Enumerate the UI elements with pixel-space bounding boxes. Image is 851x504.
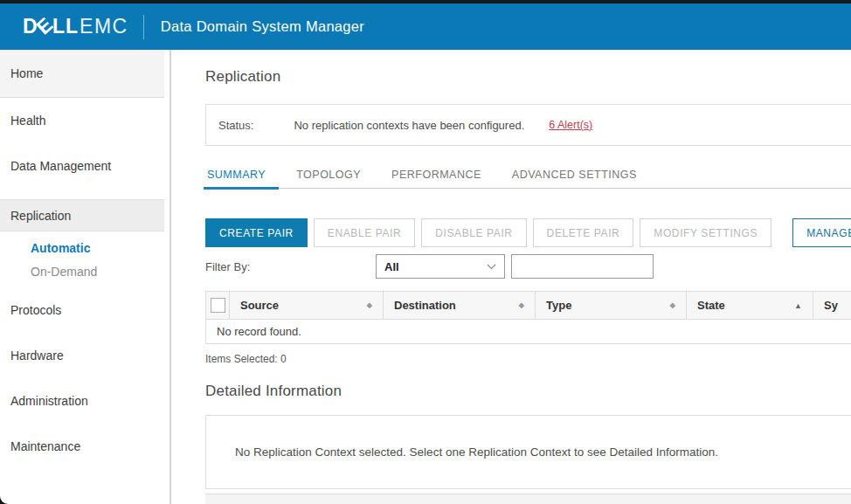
sidebar-item-home[interactable]: Home [0, 50, 164, 98]
sidebar-item-hardware[interactable]: Hardware [0, 333, 164, 378]
filter-dropdown-value: All [384, 260, 399, 273]
column-header-state[interactable]: State ▲ [687, 292, 813, 319]
tab-advanced-settings[interactable]: ADVANCED SETTINGS [510, 169, 639, 188]
enable-pair-button[interactable]: ENABLE PAIR [314, 218, 415, 247]
sidebar-item-label: Hardware [10, 349, 64, 362]
detailed-information-panel: No Replication Context selected. Select … [205, 415, 851, 489]
filter-row: Filter By: All [205, 254, 851, 279]
sort-icon[interactable]: ◆ [670, 301, 675, 309]
table-empty-row: No record found. [206, 320, 851, 344]
create-pair-button[interactable]: CREATE PAIR [205, 218, 308, 247]
sort-icon[interactable]: ◆ [519, 301, 524, 309]
sidebar-item-maintenance[interactable]: Maintenance [0, 424, 164, 469]
sidebar-item-label: Replication [10, 209, 71, 223]
column-label: Source [240, 299, 279, 312]
detailed-information-heading: Detailed Information [205, 383, 851, 400]
status-bar: Status: No replication contexts have bee… [205, 104, 851, 146]
sort-icon[interactable]: ◆ [367, 301, 372, 309]
dell-emc-logo: DELL EMC [23, 15, 128, 38]
main-content: Replication Status: No replication conte… [172, 50, 851, 504]
dell-wordmark: DELL [23, 15, 79, 38]
sidebar-item-replication[interactable]: Replication [0, 199, 164, 231]
manage-systems-button[interactable]: MANAGE SYSTEMS [792, 218, 851, 247]
app-header: DELL EMC Data Domain System Manager [0, 0, 851, 50]
table-header-row: Source ◆ Destination ◆ Type ◆ State ▲ Sy [206, 291, 851, 320]
sidebar-content-divider [170, 50, 171, 504]
sidebar-item-protocols[interactable]: Protocols [0, 287, 164, 333]
detailed-information-message: No Replication Context selected. Select … [235, 445, 718, 459]
sidebar-item-health[interactable]: Health [0, 98, 164, 143]
sidebar-item-label: Data Management [10, 159, 111, 173]
sidebar-subitem-label: On-Demand [31, 265, 97, 279]
filter-search-input[interactable] [511, 254, 654, 279]
column-label: Sy [824, 299, 838, 312]
chevron-down-icon [487, 264, 496, 270]
status-message: No replication contexts have been config… [294, 119, 524, 132]
disable-pair-button[interactable]: DISABLE PAIR [421, 218, 526, 247]
column-label: Destination [394, 299, 456, 312]
footer-strip [205, 494, 851, 504]
tab-topology[interactable]: TOPOLOGY [294, 169, 363, 188]
app-title: Data Domain System Manager [161, 18, 364, 35]
column-label: State [697, 299, 725, 312]
select-all-checkbox[interactable] [211, 298, 225, 313]
sidebar-item-label: Home [10, 66, 43, 80]
tab-summary[interactable]: SUMMARY [205, 169, 267, 188]
sidebar-nav: Home Health Data Management Replication … [0, 50, 164, 504]
items-selected-count: Items Selected: 0 [205, 353, 851, 365]
replication-pairs-table: Source ◆ Destination ◆ Type ◆ State ▲ Sy… [205, 291, 851, 344]
column-label: Type [546, 299, 571, 312]
sidebar-item-label: Health [10, 114, 45, 128]
tab-performance[interactable]: PERFORMANCE [390, 169, 483, 188]
column-header-type[interactable]: Type ◆ [536, 292, 687, 319]
sidebar-item-label: Protocols [10, 303, 61, 317]
delete-pair-button[interactable]: DELETE PAIR [533, 218, 634, 247]
column-header-sync[interactable]: Sy [813, 292, 851, 319]
sidebar-subitem-label: Automatic [31, 241, 90, 255]
sidebar-item-administration[interactable]: Administration [0, 378, 164, 424]
page-title: Replication [205, 68, 851, 93]
modify-settings-button[interactable]: MODIFY SETTINGS [640, 218, 771, 247]
emc-wordmark: EMC [80, 15, 128, 38]
sidebar-item-label: Administration [10, 394, 88, 408]
sort-ascending-icon[interactable]: ▲ [794, 301, 802, 310]
sidebar-item-label: Maintenance [10, 439, 80, 453]
column-header-source[interactable]: Source ◆ [230, 292, 384, 319]
tab-bar: SUMMARY TOPOLOGY PERFORMANCE ADVANCED SE… [205, 169, 851, 189]
header-divider [143, 15, 144, 39]
action-toolbar: CREATE PAIR ENABLE PAIR DISABLE PAIR DEL… [205, 218, 851, 247]
filter-dropdown[interactable]: All [376, 254, 505, 279]
column-header-destination[interactable]: Destination ◆ [384, 292, 536, 319]
alerts-link[interactable]: 6 Alert(s) [549, 119, 592, 131]
sidebar-item-data-management[interactable]: Data Management [0, 143, 164, 189]
status-label: Status: [218, 119, 253, 132]
filter-by-label: Filter By: [205, 260, 376, 273]
sidebar-subitem-automatic[interactable]: Automatic [0, 236, 164, 259]
select-all-cell [206, 292, 230, 319]
empty-message: No record found. [217, 325, 301, 338]
sidebar-subitem-on-demand[interactable]: On-Demand [0, 259, 164, 283]
